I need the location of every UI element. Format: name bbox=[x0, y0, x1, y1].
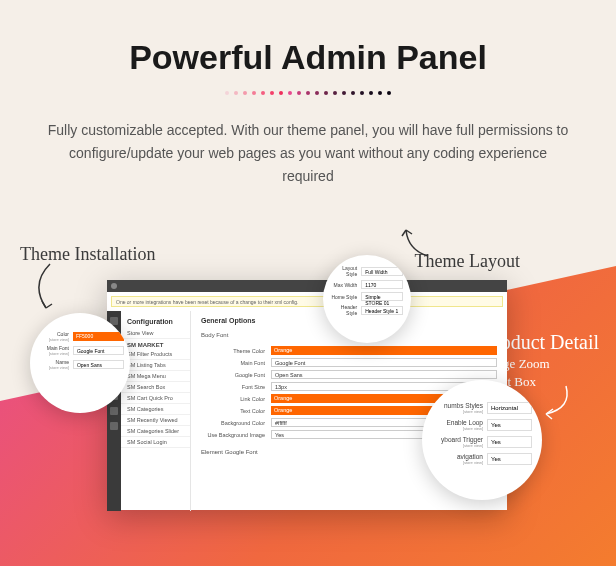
callout-label: Home Style bbox=[331, 294, 361, 300]
callout-value[interactable]: Header Style 1 bbox=[361, 306, 403, 315]
callout-value[interactable]: Yes bbox=[487, 453, 532, 465]
callout-value[interactable]: 1170 bbox=[361, 280, 403, 289]
callout-label: Enable Loop[store view] bbox=[432, 419, 487, 431]
nav-item[interactable]: SM Cart Quick Pro bbox=[121, 393, 190, 404]
side-icon[interactable] bbox=[110, 422, 118, 430]
callout-label: Max Width bbox=[331, 282, 361, 288]
callout-value[interactable]: Yes bbox=[487, 436, 532, 448]
callout-label: Main Font[store view] bbox=[36, 345, 73, 356]
config-row-label: Main Font bbox=[201, 360, 271, 366]
callout-value[interactable]: Google Font bbox=[73, 346, 124, 355]
nav-item[interactable]: SM Filter Products bbox=[121, 349, 190, 360]
panel-nav: Configuration Store View SM MARKET SM Fi… bbox=[121, 311, 191, 511]
callout-value[interactable]: Simple STORE 01 bbox=[361, 292, 403, 301]
magento-icon bbox=[111, 283, 117, 289]
nav-item[interactable]: SM Mega Menu bbox=[121, 371, 190, 382]
callout-label: Header Style bbox=[331, 304, 361, 316]
callout-row: Layout StyleFull Width bbox=[331, 265, 403, 277]
config-row: Main FontGoogle Font bbox=[201, 358, 497, 367]
nav-item[interactable]: SM Social Login bbox=[121, 437, 190, 448]
callout-row: Home StyleSimple STORE 01 bbox=[331, 292, 403, 301]
callout-value[interactable]: Open Sans bbox=[73, 360, 124, 369]
config-row-label: Theme Color bbox=[201, 348, 271, 354]
arrow-icon bbox=[398, 226, 438, 264]
config-row: Theme ColorOrange bbox=[201, 346, 497, 355]
nav-item[interactable]: SM Search Box bbox=[121, 382, 190, 393]
callout-label: yboard Trigger[store view] bbox=[432, 436, 487, 448]
page-description: Fully customizable accepted. With our th… bbox=[43, 119, 573, 188]
nav-item[interactable]: SM Recently Viewed bbox=[121, 415, 190, 426]
callout-row: Max Width1170 bbox=[331, 280, 403, 289]
config-row-label: Use Background Image bbox=[201, 432, 271, 438]
config-title: Configuration bbox=[121, 315, 190, 328]
callout-label: Name[store view] bbox=[36, 359, 73, 370]
callout-value[interactable]: Horizontal bbox=[487, 402, 532, 414]
callout-row: Name[store view]Open Sans bbox=[36, 359, 124, 370]
callout-row: numbs Styles[store view]Horizontal bbox=[432, 402, 532, 414]
decorative-dots bbox=[40, 91, 576, 95]
callout-value[interactable]: Yes bbox=[487, 419, 532, 431]
callout-label: avigation[store view] bbox=[432, 453, 487, 465]
panel-titlebar bbox=[107, 280, 507, 292]
callout-row: Color[store view]FF5000 bbox=[36, 331, 124, 342]
arrow-icon bbox=[32, 262, 72, 317]
panel-warning: One or more integrations have been reset… bbox=[111, 296, 503, 307]
arrow-icon bbox=[536, 382, 576, 422]
config-row-label: Text Color bbox=[201, 408, 271, 414]
nav-group: SM MARKET bbox=[121, 339, 190, 349]
callout-label: Layout Style bbox=[331, 265, 361, 277]
config-row: Google FontOpen Sans bbox=[201, 370, 497, 379]
callout-theme-installation: Color[store view]FF5000Main Font[store v… bbox=[30, 313, 130, 413]
callout-product-detail: numbs Styles[store view]HorizontalEnable… bbox=[422, 380, 542, 500]
config-row-value[interactable]: Orange bbox=[271, 346, 497, 355]
callout-row: yboard Trigger[store view]Yes bbox=[432, 436, 532, 448]
callout-theme-layout: Layout StyleFull WidthMax Width1170Home … bbox=[323, 255, 411, 343]
callout-row: avigation[store view]Yes bbox=[432, 453, 532, 465]
callout-value[interactable]: Full Width bbox=[361, 267, 403, 276]
callout-row: Enable Loop[store view]Yes bbox=[432, 419, 532, 431]
callout-row: Header StyleHeader Style 1 bbox=[331, 304, 403, 316]
side-icon[interactable] bbox=[110, 407, 118, 415]
store-view-label: Store View bbox=[121, 328, 190, 339]
nav-item[interactable]: SM Listing Tabs bbox=[121, 360, 190, 371]
config-row-value[interactable]: Open Sans bbox=[271, 370, 497, 379]
nav-item[interactable]: SM Categories Slider bbox=[121, 426, 190, 437]
config-row-label: Font Size bbox=[201, 384, 271, 390]
config-row-value[interactable]: Google Font bbox=[271, 358, 497, 367]
hero-section: Powerful Admin Panel Fully customizable … bbox=[0, 0, 616, 208]
callout-label: numbs Styles[store view] bbox=[432, 402, 487, 414]
config-row-label: Link Color bbox=[201, 396, 271, 402]
page-title: Powerful Admin Panel bbox=[40, 38, 576, 77]
callout-value[interactable]: FF5000 bbox=[73, 332, 124, 341]
callout-row: Main Font[store view]Google Font bbox=[36, 345, 124, 356]
callout-label: Color[store view] bbox=[36, 331, 73, 342]
config-row-label: Background Color bbox=[201, 420, 271, 426]
nav-item[interactable]: SM Categories bbox=[121, 404, 190, 415]
config-row-label: Google Font bbox=[201, 372, 271, 378]
